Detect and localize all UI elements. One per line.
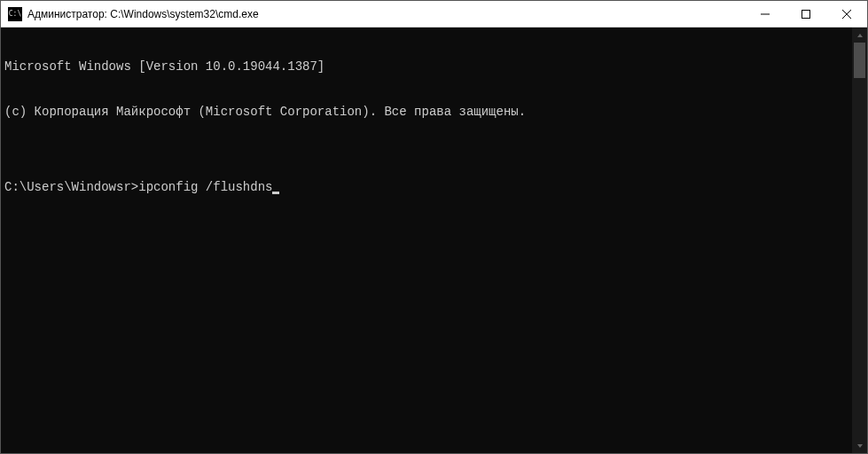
window-title: Администратор: C:\Windows\system32\cmd.e… — [27, 8, 745, 20]
vertical-scrollbar[interactable] — [852, 27, 867, 453]
chevron-down-icon — [856, 442, 864, 450]
svg-rect-1 — [802, 10, 810, 18]
text-cursor — [272, 192, 279, 194]
window-controls — [745, 1, 867, 27]
scroll-down-button[interactable] — [852, 438, 867, 453]
version-line: Microsoft Windows [Version 10.0.19044.13… — [4, 59, 848, 74]
cmd-icon: C:\ — [8, 7, 22, 21]
cmd-window: C:\ Администратор: C:\Windows\system32\c… — [0, 0, 868, 454]
copyright-line: (c) Корпорация Майкрософт (Microsoft Cor… — [4, 105, 848, 120]
titlebar[interactable]: C:\ Администратор: C:\Windows\system32\c… — [1, 1, 867, 27]
svg-marker-4 — [857, 34, 863, 37]
cmd-icon-glyph: C:\ — [9, 11, 21, 18]
scrollbar-track[interactable] — [852, 43, 867, 438]
maximize-button[interactable] — [786, 1, 826, 27]
maximize-icon — [802, 10, 810, 19]
minimize-button[interactable] — [745, 1, 786, 27]
client-area: Microsoft Windows [Version 10.0.19044.13… — [1, 27, 867, 453]
svg-marker-5 — [857, 444, 863, 448]
chevron-up-icon — [856, 32, 864, 39]
terminal-output[interactable]: Microsoft Windows [Version 10.0.19044.13… — [1, 27, 852, 453]
prompt-line: C:\Users\Windowsr>ipconfig /flushdns — [4, 180, 848, 195]
minimize-icon — [761, 10, 770, 19]
command-text: ipconfig /flushdns — [138, 180, 272, 195]
close-icon — [842, 10, 851, 19]
prompt-text: C:\Users\Windowsr> — [4, 180, 138, 195]
close-button[interactable] — [826, 1, 867, 27]
scroll-up-button[interactable] — [852, 27, 867, 43]
scrollbar-thumb[interactable] — [854, 43, 865, 78]
